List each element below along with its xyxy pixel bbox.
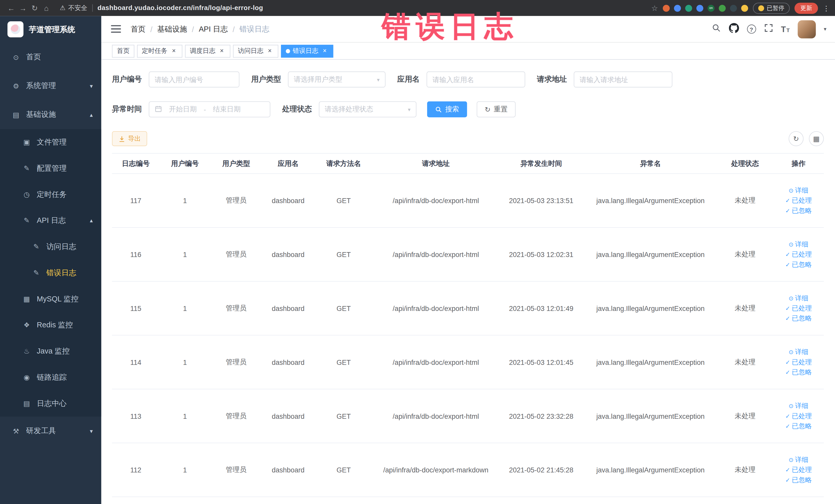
paused-badge[interactable]: 已暂停 <box>753 2 790 14</box>
action-ignored-link[interactable]: ✓已忽略 <box>785 476 812 484</box>
font-size-icon[interactable]: T T <box>781 25 790 33</box>
tab-access-log[interactable]: 访问日志× <box>233 44 279 57</box>
action-processed-link[interactable]: ✓已处理 <box>785 304 812 313</box>
sidebar-item-infrastructure[interactable]: ▤基础设施▴ <box>0 100 101 129</box>
action-detail-link[interactable]: ⊙详细 <box>789 186 808 195</box>
action-ignored-link[interactable]: ✓已忽略 <box>785 260 812 269</box>
check-icon: ✓ <box>785 315 790 322</box>
sidebar-item-dev-tools[interactable]: ⚒研发工具▾ <box>0 417 101 445</box>
user-id-input[interactable] <box>149 72 240 87</box>
process-status-select[interactable]: 请选择处理状态 ▾ <box>319 101 416 117</box>
column-header[interactable]: 用户类型 <box>210 159 262 168</box>
sidebar-item-link-tracing[interactable]: ◉链路追踪 <box>0 364 101 390</box>
bookmark-star-icon[interactable]: ☆ <box>651 4 658 12</box>
url-text[interactable]: dashboard.yudao.iocoder.cn/infra/log/api… <box>98 4 263 12</box>
check-icon: ✓ <box>785 369 790 376</box>
action-detail-link[interactable]: ⊙详细 <box>789 294 808 303</box>
action-detail-link[interactable]: ⊙详细 <box>789 401 808 410</box>
sidebar-item-access-log[interactable]: ✎访问日志 <box>0 234 101 260</box>
column-header[interactable]: 应用名 <box>262 159 314 168</box>
breadcrumb-item[interactable]: API 日志 <box>199 24 228 34</box>
tab-scheduled-tasks[interactable]: 定时任务× <box>137 44 183 57</box>
fullscreen-icon[interactable] <box>764 23 773 35</box>
close-icon[interactable]: × <box>218 47 226 55</box>
column-header[interactable]: 日志编号 <box>112 159 160 168</box>
update-button[interactable]: 更新 <box>794 2 818 14</box>
breadcrumb-item[interactable]: 基础设施 <box>157 24 187 34</box>
column-header[interactable]: 操作 <box>773 159 824 168</box>
column-header[interactable]: 用户编号 <box>160 159 210 168</box>
column-header[interactable]: 处理状态 <box>717 159 773 168</box>
reload-icon[interactable]: ↻ <box>29 4 41 12</box>
search-button[interactable]: 搜索 <box>427 101 467 117</box>
column-header[interactable]: 请求方法名 <box>314 159 373 168</box>
close-icon[interactable]: × <box>321 47 329 55</box>
user-type-select[interactable]: 请选择用户类型 ▾ <box>288 72 386 87</box>
sidebar-item-file-management[interactable]: ▣文件管理 <box>0 129 101 155</box>
back-icon[interactable]: ← <box>5 4 17 12</box>
security-indicator[interactable]: ⚠ 不安全 <box>60 4 87 13</box>
action-ignored-link[interactable]: ✓已忽略 <box>785 206 812 215</box>
forward-icon[interactable]: → <box>17 4 29 12</box>
exception-time-filter: 异常时间 开始日期 - 结束日期 <box>112 101 270 117</box>
breadcrumb-item[interactable]: 首页 <box>131 24 145 34</box>
reset-button[interactable]: ↻ 重置 <box>477 101 515 117</box>
column-header[interactable]: 异常名 <box>584 159 717 168</box>
browser-menu-kebab-icon[interactable]: ⋮ <box>823 4 830 12</box>
request-url-input[interactable] <box>574 72 672 87</box>
extension-icon-paw[interactable] <box>730 5 737 12</box>
github-icon[interactable] <box>729 23 739 35</box>
hamburger-icon[interactable] <box>111 25 121 33</box>
tab-schedule-log[interactable]: 调度日志× <box>185 44 230 57</box>
action-detail-link[interactable]: ⊙详细 <box>789 240 808 249</box>
action-processed-link[interactable]: ✓已处理 <box>785 358 812 367</box>
sidebar-item-error-log[interactable]: ✎错误日志 <box>0 260 101 286</box>
sidebar-item-redis-monitor[interactable]: ❖Redis 监控 <box>0 312 101 338</box>
sidebar-item-java-monitor[interactable]: ♨Java 监控 <box>0 338 101 364</box>
extension-icon-on-badge[interactable]: on <box>708 5 715 12</box>
exception-time-range-picker[interactable]: 开始日期 - 结束日期 <box>149 101 270 117</box>
tab-error-log[interactable]: 错误日志× <box>281 44 333 57</box>
sidebar-item-api-log[interactable]: ✎API 日志▴ <box>0 207 101 234</box>
logo[interactable]: 芋道管理系统 <box>0 16 101 43</box>
column-header[interactable]: 请求地址 <box>373 159 498 168</box>
avatar[interactable] <box>798 20 816 38</box>
extension-icon-blue-grid[interactable] <box>696 5 703 12</box>
sidebar-item-mysql-monitor[interactable]: ▦MySQL 监控 <box>0 286 101 312</box>
action-processed-link[interactable]: ✓已处理 <box>785 250 812 259</box>
action-ignored-link[interactable]: ✓已忽略 <box>785 368 812 377</box>
action-processed-link[interactable]: ✓已处理 <box>785 196 812 205</box>
app-name-input[interactable] <box>427 72 525 87</box>
tab-home[interactable]: 首页 <box>112 44 134 57</box>
help-icon[interactable]: ? <box>747 25 756 34</box>
action-label: 已处理 <box>792 411 812 421</box>
refresh-table-button[interactable]: ↻ <box>789 131 803 146</box>
extension-icon-sprout[interactable] <box>719 5 726 12</box>
action-processed-link[interactable]: ✓已处理 <box>785 465 812 474</box>
search-icon[interactable] <box>712 23 721 35</box>
export-button[interactable]: 导出 <box>112 131 147 146</box>
app-name-label: 应用名 <box>398 75 420 84</box>
close-icon[interactable]: × <box>266 47 273 55</box>
action-detail-link[interactable]: ⊙详细 <box>789 347 808 356</box>
column-visibility-button[interactable]: ▦ <box>809 131 824 146</box>
sidebar-item-home[interactable]: ⊙首页 <box>0 43 101 72</box>
extension-icon-orange[interactable] <box>663 5 670 12</box>
close-icon[interactable]: × <box>170 47 178 55</box>
action-ignored-link[interactable]: ✓已忽略 <box>785 314 812 323</box>
table-cell: 2021-05-03 12:02:31 <box>498 250 584 258</box>
home-browser-icon[interactable]: ⌂ <box>41 4 53 12</box>
action-processed-link[interactable]: ✓已处理 <box>785 411 812 421</box>
extension-icon-blue-drop[interactable] <box>674 5 681 12</box>
action-ignored-link[interactable]: ✓已忽略 <box>785 422 812 430</box>
caret-down-icon[interactable]: ▾ <box>824 26 826 32</box>
extension-icon-green-circle[interactable] <box>685 5 692 12</box>
column-header[interactable]: 异常发生时间 <box>498 159 584 168</box>
action-detail-link[interactable]: ⊙详细 <box>789 455 808 464</box>
sidebar-item-scheduled-tasks[interactable]: ◷定时任务 <box>0 181 101 207</box>
sidebar-item-log-center[interactable]: ▤日志中心 <box>0 390 101 417</box>
sidebar-item-config-management[interactable]: ✎配置管理 <box>0 155 101 181</box>
row-actions: ⊙详细✓已处理✓已忽略 <box>773 401 824 430</box>
extension-icon-emoji[interactable] <box>741 5 748 12</box>
sidebar-item-system-management[interactable]: ⚙系统管理▾ <box>0 72 101 100</box>
